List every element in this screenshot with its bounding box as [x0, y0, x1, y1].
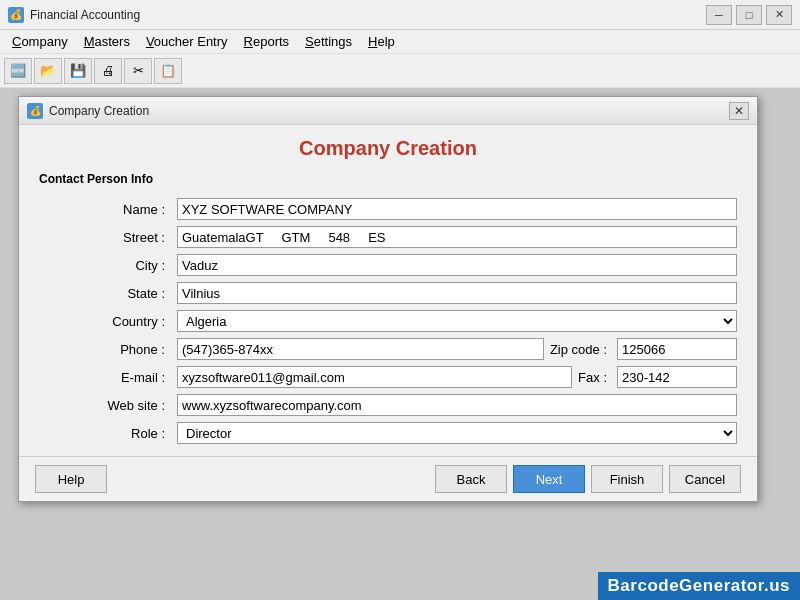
back-button[interactable]: Back: [435, 465, 507, 493]
menu-reports[interactable]: Reports: [236, 32, 298, 51]
state-label: State :: [39, 286, 169, 301]
menu-company[interactable]: Company: [4, 32, 76, 51]
phone-label: Phone :: [39, 342, 169, 357]
city-input[interactable]: [177, 254, 737, 276]
state-input[interactable]: [177, 282, 737, 304]
help-button[interactable]: Help: [35, 465, 107, 493]
menu-help[interactable]: Help: [360, 32, 403, 51]
street-label: Street :: [39, 230, 169, 245]
tb-paste-button[interactable]: 📋: [154, 58, 182, 84]
zipcode-input[interactable]: [617, 338, 737, 360]
menu-masters[interactable]: Masters: [76, 32, 138, 51]
menubar: Company Masters Voucher Entry Reports Se…: [0, 30, 800, 54]
form-heading: Company Creation: [39, 137, 737, 160]
app-title: Financial Accounting: [30, 8, 706, 22]
website-label: Web site :: [39, 398, 169, 413]
email-label: E-mail :: [39, 370, 169, 385]
footer-right-buttons: Back Next Finish Cancel: [435, 465, 741, 493]
next-button[interactable]: Next: [513, 465, 585, 493]
country-label: Country :: [39, 314, 169, 329]
email-fax-row: Fax :: [177, 366, 737, 388]
country-select[interactable]: Algeria Albania Armenia Australia Austri…: [177, 310, 737, 332]
tb-new-button[interactable]: 🆕: [4, 58, 32, 84]
window-titlebar: 💰 Financial Accounting ─ □ ✕: [0, 0, 800, 30]
tb-save-button[interactable]: 💾: [64, 58, 92, 84]
fax-input[interactable]: [617, 366, 737, 388]
dialog-close-button[interactable]: ✕: [729, 102, 749, 120]
dialog-titlebar: 💰 Company Creation ✕: [19, 97, 757, 125]
maximize-button[interactable]: □: [736, 5, 762, 25]
website-input[interactable]: [177, 394, 737, 416]
finish-button[interactable]: Finish: [591, 465, 663, 493]
role-label: Role :: [39, 426, 169, 441]
menu-voucher-entry[interactable]: Voucher Entry: [138, 32, 236, 51]
window-controls: ─ □ ✕: [706, 5, 792, 25]
city-label: City :: [39, 258, 169, 273]
name-label: Name :: [39, 202, 169, 217]
phone-input[interactable]: [177, 338, 544, 360]
cancel-button[interactable]: Cancel: [669, 465, 741, 493]
app-icon: 💰: [8, 7, 24, 23]
dialog-title: Company Creation: [49, 104, 729, 118]
name-input[interactable]: [177, 198, 737, 220]
company-creation-dialog: 💰 Company Creation ✕ Company Creation Co…: [18, 96, 758, 502]
tb-print-button[interactable]: 🖨: [94, 58, 122, 84]
street-input[interactable]: [177, 226, 737, 248]
section-header: Contact Person Info: [39, 172, 737, 188]
toolbar: 🆕 📂 💾 🖨 ✂ 📋: [0, 54, 800, 88]
role-select[interactable]: Director Manager Accountant Owner: [177, 422, 737, 444]
main-area: 💰 Company Creation ✕ Company Creation Co…: [0, 88, 800, 600]
dialog-footer: Help Back Next Finish Cancel: [19, 456, 757, 501]
menu-settings[interactable]: Settings: [297, 32, 360, 51]
app-close-button[interactable]: ✕: [766, 5, 792, 25]
email-input[interactable]: [177, 366, 572, 388]
dialog-body: Company Creation Contact Person Info Nam…: [19, 125, 757, 456]
phone-zip-row: Zip code :: [177, 338, 737, 360]
fax-label: Fax :: [578, 370, 611, 385]
watermark: BarcodeGenerator.us: [598, 572, 800, 600]
tb-cut-button[interactable]: ✂: [124, 58, 152, 84]
zipcode-label: Zip code :: [550, 342, 611, 357]
form-grid: Name : Street : City : State : Country :…: [39, 198, 737, 444]
minimize-button[interactable]: ─: [706, 5, 732, 25]
tb-open-button[interactable]: 📂: [34, 58, 62, 84]
dialog-icon: 💰: [27, 103, 43, 119]
